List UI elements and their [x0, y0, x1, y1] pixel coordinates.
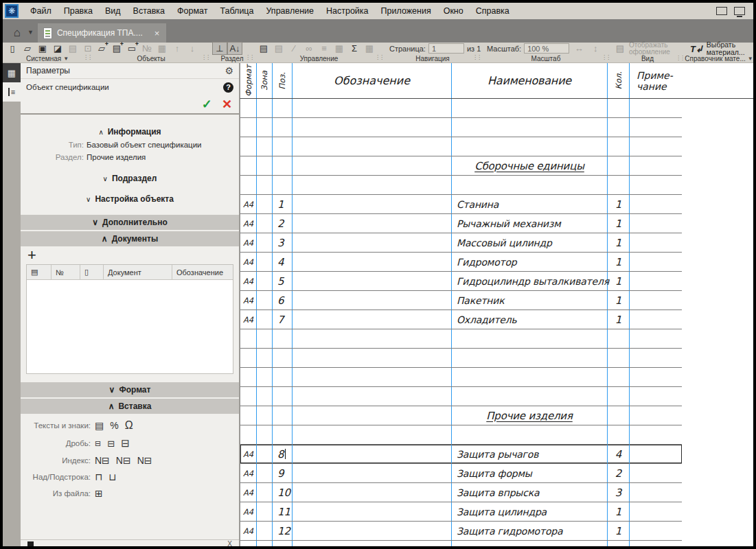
- merge-objects-icon[interactable]: ≡: [317, 43, 331, 54]
- underline-box-icon[interactable]: ⊔: [108, 471, 116, 482]
- add-base-object-icon[interactable]: ▤+: [110, 43, 124, 54]
- menu-item[interactable]: Приложения: [375, 6, 437, 16]
- document-tab[interactable]: Спецификация ТПА.... ×: [38, 23, 166, 43]
- section-format[interactable]: ∨ Формат: [21, 382, 239, 397]
- fraction-middle-icon[interactable]: ⊟: [107, 439, 115, 449]
- spec-blank-row[interactable]: [240, 137, 682, 156]
- overline-icon[interactable]: ⊓: [95, 471, 102, 482]
- section-documents[interactable]: ∧ Документы: [21, 231, 239, 246]
- index-full-icon[interactable]: N⊟: [137, 455, 152, 466]
- section-grip[interactable]: ⋮⋮: [375, 54, 383, 60]
- panel-bottom-option[interactable]: Х: [21, 539, 239, 546]
- table-icon[interactable]: ▦: [332, 43, 346, 54]
- fraction-full-icon[interactable]: ⊟: [121, 437, 130, 449]
- save-icon[interactable]: ▣: [36, 43, 49, 54]
- gear-icon[interactable]: ⚙: [225, 65, 233, 76]
- doc-column-header[interactable]: Документ: [104, 265, 172, 279]
- checkbox-icon[interactable]: [27, 541, 34, 546]
- special-symbol-icon[interactable]: %: [110, 420, 118, 431]
- new-document-icon[interactable]: ▯: [5, 43, 19, 54]
- display-mode-icon[interactable]: [734, 7, 745, 15]
- documents-table[interactable]: ▤№▯ДокументОбозначениеК: [26, 264, 233, 374]
- section-additional[interactable]: ∨ Дополнительно: [21, 215, 239, 230]
- spec-blank-row[interactable]: [240, 387, 682, 406]
- clear-x-icon[interactable]: Х: [227, 541, 232, 546]
- spec-blank-row[interactable]: [240, 99, 682, 118]
- section-grip[interactable]: ⋮⋮: [83, 54, 91, 60]
- spec-item-row[interactable]: А4 5 Гидроцилиндр выталкивателя 1: [240, 272, 682, 291]
- tab-parameters[interactable]: ▦: [3, 63, 21, 82]
- spec-section-row[interactable]: Прочие изделия: [240, 406, 682, 425]
- menu-item[interactable]: Настройка: [320, 6, 375, 16]
- choose-material-button[interactable]: T↲ Выбрать материал...: [687, 41, 748, 56]
- sheet-icon[interactable]: ▯: [80, 265, 104, 279]
- fraction-small-icon[interactable]: ⊟: [95, 439, 101, 448]
- spec-item-row[interactable]: А4 1 Станина 1: [240, 195, 682, 214]
- spec-section-row[interactable]: Сборочные единицы: [240, 156, 682, 176]
- page-input[interactable]: 1: [428, 43, 464, 54]
- section-caret-icon[interactable]: ▼: [748, 56, 753, 62]
- menu-item[interactable]: Справка: [470, 6, 516, 16]
- edit-document-icon[interactable]: ▤: [272, 43, 286, 54]
- spec-item-row[interactable]: А4 7 Охладитель 1: [240, 310, 682, 329]
- menu-item[interactable]: Файл: [24, 6, 58, 16]
- move-down-icon[interactable]: ↓: [185, 43, 199, 54]
- spec-item-row[interactable]: А4 2 Рычажный механизм 1: [240, 214, 682, 233]
- open-folder-icon[interactable]: ▱: [21, 43, 34, 54]
- section-grip[interactable]: ⋮⋮: [602, 54, 610, 60]
- menu-item[interactable]: Вид: [99, 6, 127, 16]
- copy-document-icon[interactable]: ▤: [257, 43, 271, 54]
- print-icon[interactable]: ▤: [66, 43, 80, 54]
- section-insert[interactable]: ∧ Вставка: [21, 399, 239, 414]
- spec-item-row[interactable]: А4 4 Гидромотор 1: [240, 253, 682, 272]
- tab-close-icon[interactable]: ×: [154, 28, 160, 38]
- scale-input[interactable]: 100 %: [524, 43, 569, 54]
- spec-item-row[interactable]: А4 11 Защита цилиндра 1: [240, 502, 682, 522]
- section-caret-icon[interactable]: ▼: [63, 56, 69, 62]
- omega-icon[interactable]: Ω: [125, 419, 133, 432]
- spec-blank-row[interactable]: [240, 118, 682, 137]
- menu-item[interactable]: Вставка: [127, 6, 171, 16]
- section-subsection[interactable]: ∨ Подраздел: [21, 174, 239, 183]
- fit-height-icon[interactable]: ↕: [588, 43, 602, 54]
- spec-blank-row[interactable]: [240, 176, 682, 195]
- grid-icon[interactable]: ▦: [363, 43, 376, 54]
- index-small-icon[interactable]: N⊟: [95, 455, 110, 466]
- spec-blank-row[interactable]: [240, 349, 682, 368]
- show-design-toggle[interactable]: ▤ Отображать оформление: [613, 42, 677, 56]
- spec-item-row[interactable]: А4 3 Массовый цилиндр 1: [240, 233, 682, 253]
- text-template-icon[interactable]: ▤: [95, 420, 104, 431]
- menu-item[interactable]: Формат: [171, 6, 214, 16]
- index-middle-icon[interactable]: N⊟: [116, 455, 131, 466]
- set-positions-icon[interactable]: №: [140, 43, 154, 54]
- add-document-button[interactable]: +: [21, 246, 239, 263]
- move-up-icon[interactable]: ↑: [170, 43, 184, 54]
- fit-width-icon[interactable]: ↔: [572, 43, 586, 54]
- home-icon[interactable]: ⌂: [7, 23, 27, 43]
- section-grip[interactable]: ⋮⋮: [472, 54, 481, 60]
- spec-blank-row[interactable]: [240, 329, 682, 349]
- strike-object-icon[interactable]: ⁄: [287, 43, 301, 54]
- help-icon[interactable]: ?: [223, 82, 233, 93]
- linked-document-icon[interactable]: ▤: [27, 265, 51, 279]
- add-section-icon[interactable]: ▱+: [95, 43, 108, 54]
- insert-from-file-icon[interactable]: ⊞: [95, 488, 103, 499]
- spec-item-row[interactable]: А4 9 Защита формы 2: [240, 464, 682, 483]
- link-document-icon[interactable]: ∞: [302, 43, 316, 54]
- spec-item-row[interactable]: А4 12 Защита гидромотора 1: [240, 522, 682, 541]
- tab-structure-tree[interactable]: ≡: [3, 82, 21, 102]
- add-aux-object-icon[interactable]: ▭+: [125, 43, 139, 54]
- doc-column-header[interactable]: Обозначение: [172, 265, 233, 279]
- sort-objects-icon[interactable]: A↓: [228, 43, 242, 54]
- section-object-setup[interactable]: ∨ Настройка объекта: [21, 194, 239, 204]
- confirm-check-icon[interactable]: ✓: [202, 97, 212, 112]
- spec-item-row[interactable]: А4 10 Защита впрыска 3: [240, 483, 682, 502]
- home-menu-caret-icon[interactable]: ▼: [27, 29, 34, 36]
- sum-icon[interactable]: Σ: [347, 43, 361, 54]
- spec-item-row[interactable]: А4 6 Пакетник 1: [240, 291, 682, 310]
- cancel-x-icon[interactable]: ✕: [222, 97, 232, 112]
- save-as-icon[interactable]: ◪: [51, 43, 65, 54]
- section-grip[interactable]: ⋮⋮: [245, 54, 253, 60]
- menu-item[interactable]: Правка: [58, 6, 99, 16]
- spec-blank-row[interactable]: [240, 425, 682, 445]
